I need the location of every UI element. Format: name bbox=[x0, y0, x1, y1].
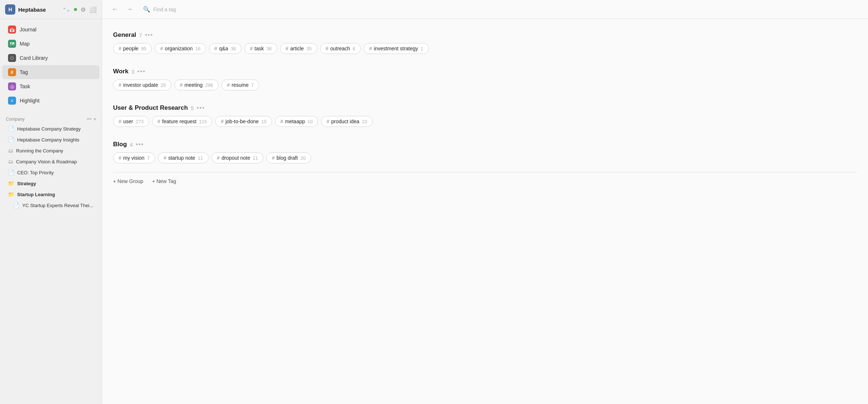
search-icon: 🔍 bbox=[143, 6, 150, 13]
tag-name: job-to-be-done bbox=[225, 119, 259, 124]
section-header-actions[interactable]: ••• ▾ bbox=[87, 117, 96, 122]
map-icon: 🗺 bbox=[8, 40, 16, 48]
sidebar-item-company-insights[interactable]: 📄 Heptabase Company Insights bbox=[2, 135, 100, 145]
file-icon: 📄 bbox=[8, 137, 14, 143]
group-more-icon[interactable]: ••• bbox=[197, 105, 205, 111]
sidebar-item-tag[interactable]: # Tag bbox=[2, 65, 100, 79]
tag-pill-organization[interactable]: #organization16 bbox=[155, 43, 206, 54]
group-header-blog: Blog4••• bbox=[113, 136, 857, 152]
tag-name: people bbox=[123, 46, 139, 51]
tag-hash-icon: # bbox=[369, 46, 372, 51]
task-icon: ◎ bbox=[8, 82, 16, 90]
tag-hash-icon: # bbox=[280, 119, 283, 124]
forward-button[interactable]: → bbox=[124, 5, 135, 14]
group-more-icon[interactable]: ••• bbox=[145, 32, 154, 38]
tag-name: feature request bbox=[162, 119, 197, 124]
tag-hash-icon: # bbox=[163, 155, 166, 161]
sidebar-item-map[interactable]: 🗺 Map bbox=[2, 37, 100, 51]
tag-pill-startup-note[interactable]: #startup note11 bbox=[158, 152, 208, 163]
tag-pill-investor-update[interactable]: #investor update25 bbox=[113, 79, 171, 90]
sidebar-item-journal[interactable]: 📅 Journal bbox=[2, 23, 100, 36]
sidebar-item-label: YC Startup Experts Reveal Thei... bbox=[22, 203, 93, 208]
tag-count: 296 bbox=[205, 82, 213, 88]
tag-hash-icon: # bbox=[326, 119, 329, 124]
group-title: Work bbox=[113, 68, 128, 75]
sidebar-item-task[interactable]: ◎ Task bbox=[2, 79, 100, 93]
sidebar-item-yc-article[interactable]: 📄 YC Startup Experts Reveal Thei... bbox=[2, 200, 100, 210]
tag-name: task bbox=[255, 46, 264, 51]
tag-pill-outreach[interactable]: #outreach6 bbox=[320, 43, 361, 54]
chevron-down-icon[interactable]: ▾ bbox=[94, 117, 96, 122]
more-icon[interactable]: ••• bbox=[87, 117, 92, 122]
tag-name: investment strategy bbox=[374, 46, 418, 51]
sidebar-item-label: CEO: Top Priority bbox=[17, 170, 54, 175]
settings-icon[interactable]: ⚙ bbox=[81, 6, 86, 13]
tag-hash-icon: # bbox=[158, 119, 160, 124]
tag-count: 6 bbox=[353, 46, 355, 51]
sidebar-item-running-company[interactable]: 🗂 Running the Company bbox=[2, 145, 100, 156]
sidebar-item-label: Map bbox=[20, 41, 30, 47]
sidebar-item-ceo-priority[interactable]: 📄 CEO: Top Priority bbox=[2, 167, 100, 178]
group-header-general: General7••• bbox=[113, 26, 857, 43]
file-icon: 📄 bbox=[13, 202, 19, 208]
card-icon: ⬡ bbox=[8, 54, 16, 62]
sidebar-item-company-strategy[interactable]: 📄 Heptabase Company Strategy bbox=[2, 124, 100, 134]
group-header-user-product-research: User & Product Research5••• bbox=[113, 99, 857, 116]
tag-hash-icon: # bbox=[227, 82, 230, 88]
group-count: 4 bbox=[130, 141, 133, 148]
group-section-general: General7•••#people95#organization16#q&a3… bbox=[113, 26, 857, 60]
tag-pill-meeting[interactable]: #meeting296 bbox=[174, 79, 218, 90]
tag-pill-people[interactable]: #people95 bbox=[113, 43, 152, 54]
new-group-button[interactable]: + New Group bbox=[113, 178, 143, 184]
tag-name: organization bbox=[165, 46, 193, 51]
new-tag-button[interactable]: + New Tag bbox=[152, 178, 176, 184]
group-more-icon[interactable]: ••• bbox=[136, 141, 144, 148]
file-icon: 📄 bbox=[8, 170, 14, 175]
sidebar-item-card-library[interactable]: ⬡ Card Library bbox=[2, 51, 100, 65]
tag-name: investor update bbox=[123, 82, 158, 88]
group-title: User & Product Research bbox=[113, 104, 188, 112]
group-more-icon[interactable]: ••• bbox=[137, 68, 146, 75]
back-button[interactable]: ← bbox=[109, 5, 120, 14]
tag-pill-investment-strategy[interactable]: #investment strategy1 bbox=[364, 43, 429, 54]
sidebar-item-label: Startup Learning bbox=[17, 192, 55, 197]
tag-name: meeting bbox=[185, 82, 203, 88]
sidebar-item-highlight[interactable]: ≡ Highlight bbox=[2, 94, 100, 108]
tag-pill-dropout-note[interactable]: #dropout note11 bbox=[212, 152, 264, 163]
tag-pill-resume[interactable]: #resume7 bbox=[221, 79, 259, 90]
nav-items: 📅 Journal 🗺 Map ⬡ Card Library # Tag ◎ T… bbox=[0, 19, 102, 111]
tags-row-general: #people95#organization16#q&a36#task36#ar… bbox=[113, 43, 857, 60]
tag-pill-feature-request[interactable]: #feature request115 bbox=[152, 116, 213, 127]
tag-hash-icon: # bbox=[286, 46, 288, 51]
tag-pill-user[interactable]: #user273 bbox=[113, 116, 149, 127]
app-logo: H bbox=[5, 4, 15, 15]
search-placeholder: Find a tag bbox=[153, 7, 176, 12]
tag-pill-metaapp[interactable]: #metaapp10 bbox=[275, 116, 318, 127]
tag-name: my vision bbox=[123, 155, 144, 161]
tag-pill-product-idea[interactable]: #product idea23 bbox=[321, 116, 372, 127]
sidebar-item-strategy[interactable]: 📁 Strategy bbox=[2, 178, 100, 189]
sidebar: H Heptabase ⌃⌄ ⚙ ⬜ 📅 Journal 🗺 Map ⬡ Car… bbox=[0, 0, 102, 404]
sidebar-item-label: Task bbox=[20, 83, 30, 89]
tag-pill-task[interactable]: #task36 bbox=[244, 43, 277, 54]
tag-pill-blog-draft[interactable]: #blog draft20 bbox=[266, 152, 311, 163]
chevron-icon[interactable]: ⌃⌄ bbox=[62, 7, 70, 12]
highlight-icon: ≡ bbox=[8, 97, 16, 105]
header-icons: ⌃⌄ ⚙ ⬜ bbox=[62, 6, 97, 13]
tag-name: dropout note bbox=[221, 155, 250, 161]
group-section-work: Work3•••#investor update25#meeting296#re… bbox=[113, 63, 857, 96]
tag-pill-my-vision[interactable]: #my vision7 bbox=[113, 152, 155, 163]
search-bar[interactable]: 🔍 Find a tag bbox=[139, 4, 861, 15]
tag-pill-job-to-be-done[interactable]: #job-to-be-done10 bbox=[215, 116, 272, 127]
sidebar-toggle-icon[interactable]: ⬜ bbox=[89, 6, 97, 13]
sidebar-item-startup-learning[interactable]: 📁 Startup Learning bbox=[2, 189, 100, 199]
sidebar-item-company-vision[interactable]: 🗂 Company Vision & Roadmap bbox=[2, 156, 100, 167]
map-file-icon: 🗂 bbox=[8, 159, 13, 164]
tag-name: metaapp bbox=[285, 119, 305, 124]
sidebar-item-label: Heptabase Company Strategy bbox=[17, 126, 81, 132]
tag-icon: # bbox=[8, 68, 16, 76]
tag-count: 20 bbox=[301, 155, 306, 161]
tag-pill-q&a[interactable]: #q&a36 bbox=[209, 43, 241, 54]
tag-name: blog draft bbox=[276, 155, 298, 161]
tag-pill-article[interactable]: #article35 bbox=[280, 43, 317, 54]
